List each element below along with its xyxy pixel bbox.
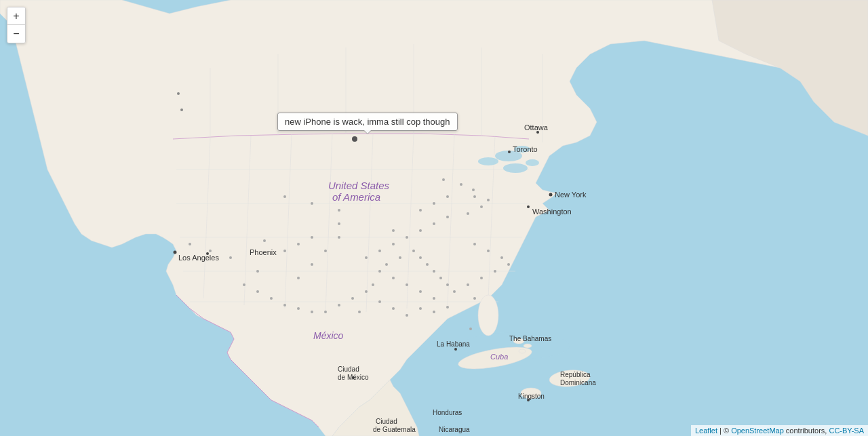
svg-text:Honduras: Honduras (433, 409, 462, 416)
svg-text:Kingston: Kingston (518, 393, 545, 400)
svg-point-99 (392, 307, 395, 310)
svg-point-95 (399, 256, 401, 259)
svg-point-87 (467, 283, 469, 286)
svg-text:Ciudad: Ciudad (338, 365, 359, 373)
svg-point-48 (406, 236, 408, 239)
svg-point-94 (412, 250, 415, 252)
svg-point-86 (480, 277, 483, 279)
map-tooltip: new iPhone is wack, imma still cop thoug… (277, 113, 458, 131)
svg-point-76 (297, 277, 300, 279)
svg-point-39 (433, 202, 435, 205)
svg-point-57 (372, 283, 374, 286)
svg-point-35 (442, 178, 445, 181)
svg-point-34 (180, 108, 183, 111)
svg-point-44 (467, 212, 469, 215)
svg-text:La Habana: La Habana (437, 340, 470, 348)
svg-text:Ciudad: Ciudad (376, 418, 397, 425)
svg-point-75 (311, 263, 313, 266)
svg-text:of America: of America (332, 191, 380, 203)
svg-point-122 (454, 348, 457, 351)
svg-point-63 (283, 304, 286, 306)
svg-point-51 (365, 256, 368, 259)
svg-point-93 (419, 256, 422, 259)
svg-point-70 (311, 202, 313, 205)
svg-point-82 (487, 250, 490, 252)
svg-text:Ottawa: Ottawa (524, 123, 549, 132)
map-container: New York Washington Toronto Ottawa Los A… (0, 0, 868, 436)
map-svg: New York Washington Toronto Ottawa Los A… (0, 0, 868, 436)
svg-point-30 (526, 159, 539, 166)
svg-text:Nicaragua: Nicaragua (439, 426, 470, 433)
svg-point-77 (311, 236, 313, 239)
svg-point-140 (352, 136, 357, 142)
svg-point-49 (392, 243, 395, 245)
attribution-contributors: contributors, (786, 427, 829, 435)
svg-text:México: México (313, 330, 344, 341)
attribution: Leaflet | © OpenStreetMap contributors, … (691, 425, 868, 436)
svg-point-72 (338, 222, 340, 225)
svg-point-33 (177, 92, 180, 95)
svg-point-43 (480, 205, 483, 208)
svg-point-42 (487, 199, 490, 201)
svg-point-102 (433, 311, 435, 313)
license-link[interactable]: CC-BY-SA (829, 427, 864, 435)
svg-point-110 (549, 193, 553, 197)
svg-point-68 (263, 239, 266, 242)
svg-point-83 (500, 256, 503, 259)
svg-point-106 (469, 328, 472, 330)
svg-point-29 (503, 163, 528, 173)
svg-point-81 (473, 243, 476, 245)
svg-point-103 (446, 306, 449, 309)
svg-point-69 (283, 195, 286, 198)
svg-point-92 (426, 263, 429, 266)
svg-text:Washington: Washington (532, 207, 572, 216)
svg-point-109 (229, 256, 232, 259)
svg-point-67 (256, 270, 259, 273)
svg-point-108 (209, 250, 212, 252)
svg-point-52 (378, 270, 381, 273)
svg-text:de Guatemala: de Guatemala (373, 426, 416, 433)
svg-point-60 (324, 311, 327, 313)
svg-text:The Bahamas: The Bahamas (509, 335, 551, 342)
svg-point-50 (378, 250, 381, 252)
zoom-controls: + − (7, 7, 26, 43)
zoom-in-button[interactable]: + (7, 7, 25, 25)
svg-point-28 (478, 157, 498, 165)
svg-point-114 (508, 151, 511, 153)
svg-point-73 (338, 236, 340, 239)
svg-point-105 (473, 297, 476, 300)
svg-point-36 (460, 183, 462, 186)
svg-point-40 (419, 209, 422, 212)
svg-text:Toronto: Toronto (513, 145, 538, 153)
svg-point-89 (446, 283, 449, 286)
svg-point-104 (358, 311, 361, 313)
tooltip-text: new iPhone is wack, imma still cop thoug… (285, 117, 450, 127)
svg-point-64 (270, 297, 273, 300)
svg-point-55 (419, 290, 422, 293)
svg-point-46 (433, 222, 435, 225)
svg-text:República: República (560, 371, 591, 378)
svg-point-59 (338, 304, 340, 306)
svg-point-78 (297, 243, 300, 245)
svg-point-53 (392, 277, 395, 279)
svg-point-90 (439, 277, 442, 279)
svg-point-96 (385, 263, 388, 266)
attribution-separator: | © (719, 427, 731, 435)
osm-link[interactable]: OpenStreetMap (731, 427, 784, 435)
svg-point-85 (494, 270, 496, 273)
svg-text:Dominicana: Dominicana (560, 379, 596, 387)
svg-point-37 (472, 189, 475, 191)
svg-text:Los Angeles: Los Angeles (178, 254, 219, 262)
svg-point-65 (256, 290, 259, 293)
leaflet-link[interactable]: Leaflet (695, 427, 717, 435)
zoom-out-button[interactable]: − (7, 25, 25, 43)
svg-point-71 (338, 209, 340, 212)
svg-point-66 (243, 283, 245, 286)
svg-text:New York: New York (555, 191, 587, 199)
svg-point-101 (419, 307, 422, 310)
svg-point-38 (446, 195, 449, 198)
svg-point-62 (297, 307, 300, 310)
svg-point-120 (206, 252, 209, 255)
svg-point-98 (378, 300, 381, 303)
svg-point-58 (351, 297, 354, 300)
